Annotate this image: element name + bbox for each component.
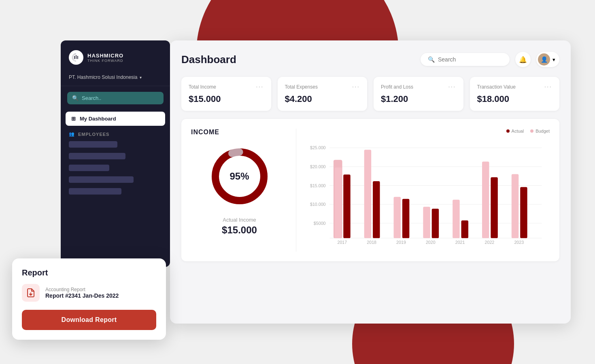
svg-text:$10.000: $10.000: [310, 202, 326, 207]
svg-rect-19: [343, 175, 350, 238]
sidebar-placeholder-3: [69, 165, 109, 171]
svg-text:2019: 2019: [396, 240, 406, 245]
user-menu-button[interactable]: 👤 ▾: [536, 52, 559, 67]
svg-text:2017: 2017: [337, 240, 347, 245]
svg-text:$15.000: $15.000: [310, 183, 326, 188]
report-icon: [22, 284, 40, 302]
sidebar-item-label: My Dashboard: [80, 116, 116, 122]
svg-rect-21: [364, 150, 371, 238]
metric-label-profit: Profit and Loss: [381, 84, 413, 90]
metric-label-expenses: Total Expenses: [285, 84, 318, 90]
metric-value-expenses: $4.200: [285, 94, 360, 104]
actual-income-label: Actual Income: [223, 217, 256, 223]
legend-actual-label: Actual: [512, 129, 524, 133]
donut-chart: 95%: [207, 144, 272, 209]
legend-budget: Budget: [530, 129, 550, 133]
income-title: INCOME: [191, 129, 219, 136]
actual-income-value: $15.000: [222, 224, 257, 236]
sidebar-placeholder-4: [69, 176, 134, 183]
sidebar-item-dashboard[interactable]: ⊞ My Dashboard: [66, 112, 165, 126]
logo-icon: [69, 50, 83, 65]
income-left: INCOME 95% Actual Income $15.000: [191, 129, 296, 252]
metric-card-income: Total Income ··· $15.000: [181, 77, 271, 111]
svg-text:2018: 2018: [367, 240, 376, 245]
report-name: Report #2341 Jan-Des 2022: [45, 292, 119, 299]
sidebar-placeholder-5: [69, 188, 121, 195]
chevron-down-icon: ▾: [140, 75, 142, 80]
svg-rect-33: [482, 161, 489, 238]
svg-text:$20.000: $20.000: [310, 164, 326, 169]
metric-value-transaction: $18.000: [477, 94, 552, 104]
metric-value-profit: $1.200: [381, 94, 456, 104]
bell-button[interactable]: 🔔: [515, 52, 531, 67]
svg-rect-37: [520, 187, 527, 238]
avatar: 👤: [538, 53, 550, 66]
svg-text:2023: 2023: [514, 240, 524, 245]
metric-more-profit[interactable]: ···: [448, 83, 456, 91]
metric-card-profit: Profit and Loss ··· $1.200: [374, 77, 463, 111]
metric-card-expenses: Total Expenses ··· $4.200: [278, 77, 368, 111]
page-title: Dashboard: [181, 53, 236, 66]
main-panel: Dashboard 🔍 🔔 👤 ▾ Total Income ··· $15.0…: [170, 40, 571, 324]
svg-rect-22: [373, 181, 380, 238]
logo-text: HASHMICRO: [87, 53, 123, 59]
svg-rect-30: [453, 200, 459, 238]
svg-rect-18: [335, 167, 342, 238]
legend-actual-dot: [506, 129, 510, 133]
bar-chart: $25.000 $20.000 $15.000 $10.000 $5000: [306, 138, 550, 252]
chevron-down-icon: ▾: [552, 57, 555, 63]
svg-rect-31: [461, 220, 468, 238]
company-selector[interactable]: PT. Hashmicro Solusi Indonesia ▾: [61, 71, 170, 86]
search-icon: 🔍: [428, 56, 435, 63]
company-name: PT. Hashmicro Solusi Indonesia: [69, 74, 137, 80]
dashboard-header: Dashboard 🔍 🔔 👤 ▾: [181, 52, 559, 67]
bell-icon: 🔔: [519, 56, 527, 63]
metric-more-expenses[interactable]: ···: [352, 83, 360, 91]
dashboard-icon: ⊞: [71, 116, 76, 122]
income-right: Actual Budget $25.000 $20.000 $15.000: [296, 129, 550, 252]
metric-label-transaction: Transaction Value: [477, 84, 516, 90]
metric-label-income: Total Income: [189, 84, 216, 90]
svg-text:$5000: $5000: [314, 221, 326, 226]
legend-budget-dot: [530, 129, 533, 133]
report-card-title: Report: [22, 268, 156, 277]
donut-percent-text: 95%: [230, 171, 249, 182]
sidebar-logo: HASHMICRO THINK FORWARD: [61, 40, 170, 71]
legend-budget-label: Budget: [536, 129, 550, 133]
svg-text:$25.000: $25.000: [310, 145, 326, 150]
svg-rect-27: [423, 207, 430, 238]
legend-actual: Actual: [506, 129, 524, 133]
svg-rect-36: [512, 174, 518, 238]
svg-rect-24: [394, 197, 401, 238]
search-bar[interactable]: 🔍: [421, 53, 510, 66]
donut-percent: 95%: [230, 171, 249, 182]
metric-value-income: $15.000: [189, 94, 264, 104]
metric-more-income[interactable]: ···: [256, 83, 264, 91]
report-type-label: Accounting Report: [45, 287, 119, 292]
chart-legend: Actual Budget: [306, 129, 550, 133]
svg-rect-34: [491, 177, 497, 238]
svg-text:2022: 2022: [485, 240, 495, 245]
download-report-button[interactable]: Download Report: [22, 310, 156, 330]
sidebar: HASHMICRO THINK FORWARD PT. Hashmicro So…: [61, 40, 170, 267]
employees-icon: 👥: [69, 131, 75, 137]
report-item: Accounting Report Report #2341 Jan-Des 2…: [22, 284, 156, 302]
metric-cards: Total Income ··· $15.000 Total Expenses …: [181, 77, 559, 111]
header-right: 🔍 🔔 👤 ▾: [421, 52, 559, 67]
metric-card-transaction: Transaction Value ··· $18.000: [470, 77, 560, 111]
svg-text:2020: 2020: [426, 240, 436, 245]
sidebar-search[interactable]: 🔍: [67, 92, 164, 104]
report-card: Report Accounting Report Report #2341 Ja…: [12, 258, 166, 340]
svg-rect-28: [432, 209, 439, 238]
svg-rect-25: [402, 199, 409, 238]
sidebar-placeholder-2: [69, 153, 125, 159]
svg-text:2021: 2021: [455, 240, 465, 245]
employees-section-label: 👥 EMPLOYEES: [61, 127, 170, 139]
report-info: Accounting Report Report #2341 Jan-Des 2…: [45, 287, 119, 299]
search-input[interactable]: [438, 56, 502, 63]
metric-more-transaction[interactable]: ···: [544, 83, 552, 91]
sidebar-placeholder-1: [69, 141, 117, 148]
logo-subtext: THINK FORWARD: [87, 59, 123, 63]
sidebar-search-input[interactable]: [82, 95, 159, 101]
income-section: INCOME 95% Actual Income $15.000: [181, 119, 559, 261]
